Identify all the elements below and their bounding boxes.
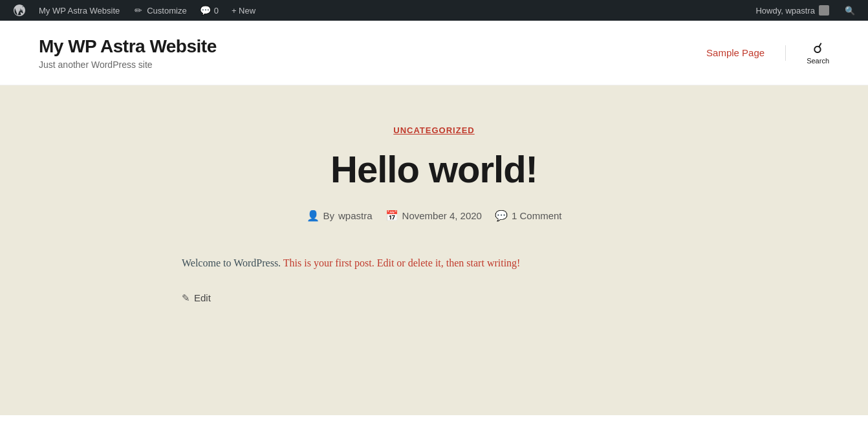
- calendar-icon: 📅: [385, 210, 398, 222]
- post-category: UNCATEGORIZED: [182, 124, 686, 136]
- admin-bar-right: Howdy, wpastra 🔍: [750, 0, 860, 21]
- main-content: UNCATEGORIZED Hello world! 👤 By wpastra …: [0, 85, 868, 415]
- site-header: My WP Astra Website Just another WordPre…: [0, 21, 868, 85]
- new-label: + New: [232, 6, 255, 16]
- date-meta: 📅 November 4, 2020: [385, 210, 482, 222]
- search-button[interactable]: ☌ Search: [807, 41, 829, 65]
- wp-logo-icon: [13, 4, 26, 17]
- comments-meta: 💬 1 Comment: [495, 210, 562, 222]
- admin-bar-comments[interactable]: 💬 0: [195, 0, 224, 21]
- wp-logo-item[interactable]: [8, 0, 31, 21]
- search-icon-admin: 🔍: [845, 6, 855, 16]
- comment-bubble-icon: 💬: [495, 210, 508, 222]
- author-prefix: By: [323, 210, 335, 221]
- site-name-label: My WP Astra Website: [39, 6, 120, 16]
- admin-bar-search[interactable]: 🔍: [840, 0, 860, 21]
- category-link[interactable]: UNCATEGORIZED: [393, 125, 474, 135]
- comments-count: 0: [214, 6, 219, 16]
- comment-icon: 💬: [200, 5, 212, 16]
- search-label: Search: [807, 57, 829, 65]
- admin-bar-howdy[interactable]: Howdy, wpastra: [750, 0, 834, 21]
- post-meta: 👤 By wpastra 📅 November 4, 2020 💬 1 Comm…: [182, 210, 686, 222]
- edit-icon: ✎: [182, 292, 190, 304]
- content-link[interactable]: This is your first post. Edit or delete …: [283, 257, 521, 268]
- customize-label: Customize: [147, 6, 186, 16]
- post-content-text: Welcome to WordPress. This is your first…: [182, 257, 520, 268]
- admin-bar: My WP Astra Website ✏ Customize 💬 0 + Ne…: [0, 0, 868, 21]
- author-meta: 👤 By wpastra: [307, 210, 373, 222]
- sample-page-link[interactable]: Sample Page: [706, 47, 765, 58]
- post-date: November 4, 2020: [402, 210, 482, 221]
- post-content: Welcome to WordPress. This is your first…: [182, 254, 686, 272]
- site-title: My WP Astra Website: [39, 36, 706, 57]
- edit-link[interactable]: ✎ Edit: [182, 292, 686, 304]
- admin-bar-customize[interactable]: ✏ Customize: [127, 0, 191, 21]
- site-tagline: Just another WordPress site: [39, 59, 706, 70]
- post-container: UNCATEGORIZED Hello world! 👤 By wpastra …: [182, 124, 686, 376]
- author-link[interactable]: wpastra: [338, 210, 373, 221]
- search-icon: ☌: [813, 41, 823, 56]
- avatar-thumbnail: [819, 5, 829, 16]
- site-branding: My WP Astra Website Just another WordPre…: [39, 36, 706, 70]
- author-icon: 👤: [307, 210, 320, 222]
- nav-divider: [785, 45, 786, 61]
- admin-bar-site-name[interactable]: My WP Astra Website: [34, 0, 125, 21]
- comments-link[interactable]: 1 Comment: [512, 210, 562, 221]
- admin-bar-new[interactable]: + New: [226, 0, 261, 21]
- pencil-icon: ✏: [133, 5, 144, 16]
- post-title: Hello world!: [182, 149, 686, 190]
- edit-label: Edit: [194, 292, 211, 303]
- admin-bar-left: My WP Astra Website ✏ Customize 💬 0 + Ne…: [8, 0, 750, 21]
- site-navigation: Sample Page ☌ Search: [706, 41, 829, 65]
- howdy-text: Howdy, wpastra: [755, 6, 815, 16]
